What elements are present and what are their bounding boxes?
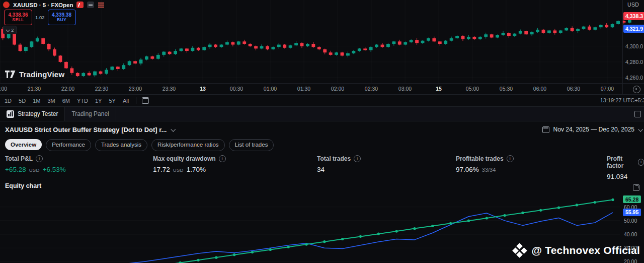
time-axis-label: 07:00 xyxy=(601,86,614,92)
info-icon[interactable] xyxy=(36,155,43,162)
subtab-overview[interactable]: Overview xyxy=(5,139,42,150)
expand-icon[interactable] xyxy=(633,184,639,191)
range-6m[interactable]: 6M xyxy=(62,98,70,104)
info-icon[interactable] xyxy=(219,155,226,162)
subtab-risk-performance-ratios[interactable]: Risk/performance ratios xyxy=(151,139,224,151)
equity-tick-label: 20.00 xyxy=(624,258,637,263)
tradingview-logo-icon xyxy=(5,71,16,78)
technovex-logo-icon xyxy=(513,244,526,257)
sell-label: SELL xyxy=(12,18,24,23)
time-axis-label: 00:30 xyxy=(230,86,243,92)
range-5d[interactable]: 5D xyxy=(19,98,26,104)
spread-value: 1.02 xyxy=(35,15,45,20)
toolbar-divider xyxy=(136,97,136,104)
time-axis-label: 02:00 xyxy=(331,86,344,92)
bottom-panel-tabbar: Strategy Tester Trading Panel xyxy=(0,106,644,121)
range-5y[interactable]: 5Y xyxy=(109,98,115,104)
axis-currency-label: USD xyxy=(627,2,639,8)
collapse-indicators-chip[interactable]: 2 xyxy=(3,26,17,34)
strategy-name: XAUUSD Strict Outer Buffer Strategy [Dot… xyxy=(5,126,167,134)
range-ytd[interactable]: YTD xyxy=(77,98,88,104)
symbol-header: XAUUSD · 5 · FXOpen xyxy=(3,1,105,9)
time-axis-label: 22:00 xyxy=(61,86,74,92)
sell-button[interactable]: 4,338.36 SELL xyxy=(4,10,32,25)
metric-max-drawdown: Max equity drawdown 17.72USD1.70% xyxy=(153,155,226,173)
equity-badge-buyhold: 55.95 xyxy=(623,209,641,216)
info-icon[interactable] xyxy=(354,155,361,162)
metric-value: 97.06% xyxy=(456,166,479,173)
time-axis-label: 13 xyxy=(200,86,206,92)
time-axis-label: 06:30 xyxy=(567,86,580,92)
tab-label: Strategy Tester xyxy=(18,110,58,117)
info-icon[interactable] xyxy=(638,159,644,166)
watchlist-icon[interactable] xyxy=(98,2,105,8)
time-axis-label: 01:00 xyxy=(264,86,277,92)
strategy-tester-icon xyxy=(7,110,14,118)
subtab-trades-analysis[interactable]: Trades analysis xyxy=(95,139,147,151)
info-icon[interactable] xyxy=(507,155,514,162)
chevron-down-icon xyxy=(171,126,176,132)
date-range-text: Nov 24, 2025 — Dec 20, 2025 xyxy=(553,126,634,133)
calendar-icon[interactable] xyxy=(142,97,149,104)
panel-window-icon[interactable] xyxy=(634,111,641,117)
buy-button[interactable]: 4,339.38 BUY xyxy=(48,10,76,25)
equity-chart-title: Equity chart xyxy=(5,182,41,189)
time-axis-label: 21:30 xyxy=(28,86,41,92)
time-axis-label: 15 xyxy=(436,86,442,92)
tab-label: Trading Panel xyxy=(71,110,109,117)
metric-value: 91.034 xyxy=(607,173,627,180)
quick-trade-icon[interactable] xyxy=(76,2,84,8)
candlestick-chart-canvas[interactable] xyxy=(0,0,644,83)
metric-label: Profit factor xyxy=(607,155,635,169)
chevron-down-icon xyxy=(6,28,10,32)
equity-tick-label: 40.00 xyxy=(624,231,637,237)
price-axis[interactable]: USD 4,300.04,280.04,260.04,338.34,321.9 xyxy=(622,0,644,94)
indicator-count: 2 xyxy=(11,27,14,33)
tradingview-app: TradingView XAUUSD · 5 · FXOpen 4,338.36… xyxy=(0,0,644,263)
chevron-down-icon xyxy=(638,126,643,132)
equity-badge-equity: 65.28 xyxy=(623,195,641,203)
range-3m[interactable]: 3M xyxy=(47,98,55,104)
metrics-row: Total P&L +65.28USD+6.53% Max equity dra… xyxy=(0,155,644,177)
strategy-name-dropdown[interactable]: XAUUSD Strict Outer Buffer Strategy [Dot… xyxy=(5,126,175,134)
range-1d[interactable]: 1D xyxy=(5,98,12,104)
equity-tick-label: 50.00 xyxy=(624,218,637,224)
price-tick-label: 4,260.0 xyxy=(625,75,643,81)
time-axis[interactable]: 21:0021:3022:0022:3023:0023:301300:3001:… xyxy=(0,83,644,94)
metric-profit-factor: Profit factor 91.034 xyxy=(607,155,644,180)
price-chart[interactable]: TradingView XAUUSD · 5 · FXOpen 4,338.36… xyxy=(0,0,644,83)
tab-trading-panel[interactable]: Trading Panel xyxy=(65,107,116,121)
metric-value: 17.72 xyxy=(153,166,170,173)
buy-label: BUY xyxy=(57,18,66,23)
symbol-logo[interactable] xyxy=(3,2,10,8)
time-axis-label: 22:30 xyxy=(95,86,108,92)
metric-profitable-trades: Profitable trades 97.06%33/34 xyxy=(456,155,514,173)
time-axis-label: 06:00 xyxy=(533,86,546,92)
time-axis-label: 05:30 xyxy=(500,86,513,92)
range-1y[interactable]: 1Y xyxy=(95,98,102,104)
credit-watermark: @ Technovex Official xyxy=(513,244,640,257)
symbol-title[interactable]: XAUUSD · 5 · FXOpen xyxy=(13,2,73,8)
range-1m[interactable]: 1M xyxy=(33,98,40,104)
subtab-list-of-trades[interactable]: List of trades xyxy=(229,139,274,151)
metric-label: Total trades xyxy=(317,155,351,162)
last-price-badge: 4,338.3 xyxy=(623,12,644,20)
range-all[interactable]: All xyxy=(123,98,129,104)
metric-value: 34 xyxy=(317,166,325,173)
minimize-icon[interactable] xyxy=(87,2,94,8)
clock-timezone[interactable]: 13:19:27 UTC+5:30 xyxy=(600,97,644,103)
subtab-performance[interactable]: Performance xyxy=(46,139,91,151)
credit-text: @ Technovex Official xyxy=(532,244,640,256)
time-axis-label: 21:00 xyxy=(0,86,7,92)
strategy-row: XAUUSD Strict Outer Buffer Strategy [Dot… xyxy=(5,123,642,136)
time-axis-label: 05:00 xyxy=(466,86,479,92)
date-range-picker[interactable]: Nov 24, 2025 — Dec 20, 2025 xyxy=(542,126,642,133)
range-toolbar: 1D5D1M3M6MYTD1Y5YAll 13:19:27 UTC+5:30 xyxy=(0,94,644,106)
tester-subtabs: OverviewPerformanceTrades analysisRisk/p… xyxy=(5,139,274,151)
price-tick-label: 4,300.0 xyxy=(625,43,643,49)
metric-label: Max equity drawdown xyxy=(153,155,216,162)
go-to-realtime-icon[interactable] xyxy=(633,86,640,93)
time-axis-label: 02:30 xyxy=(365,86,378,92)
metric-total-pnl: Total P&L +65.28USD+6.53% xyxy=(5,155,66,173)
tab-strategy-tester[interactable]: Strategy Tester xyxy=(0,107,65,121)
